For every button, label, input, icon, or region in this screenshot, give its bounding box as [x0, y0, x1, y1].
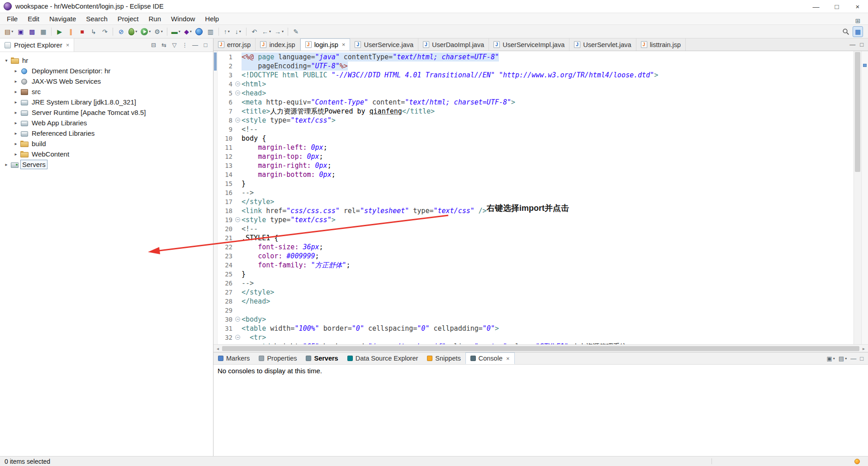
expander-icon[interactable]: ▸: [12, 120, 19, 125]
bottom-tab-snippets[interactable]: Snippets: [422, 352, 465, 364]
toolbar-save-all-button[interactable]: ▩: [27, 26, 37, 37]
expander-icon[interactable]: ▸: [12, 131, 19, 136]
toolbar-skip-breakpoints-button[interactable]: ⊘: [116, 26, 126, 37]
toolbar-debug-button[interactable]: ▾: [127, 26, 138, 37]
minimize-editor-icon[interactable]: —: [849, 41, 855, 48]
bottom-tab-markers[interactable]: Markers: [213, 352, 254, 364]
expander-icon[interactable]: ▸: [12, 100, 19, 105]
menu-navigate[interactable]: Navigate: [44, 14, 81, 24]
expander-icon[interactable]: ▸: [12, 141, 19, 146]
bottom-tab-servers[interactable]: Servers: [301, 352, 342, 364]
minimize-panel-button[interactable]: —: [850, 355, 856, 362]
collapse-icon[interactable]: −: [235, 81, 240, 86]
editor-tab-listtrain-jsp[interactable]: listtrain.jsp: [636, 38, 686, 51]
bottom-tab-properties[interactable]: Properties: [254, 352, 301, 364]
toolbar-run-button[interactable]: ▾: [139, 26, 152, 37]
toolbar-back-button[interactable]: ←▾: [261, 26, 272, 37]
display-selected-console-button[interactable]: ▤▾: [839, 355, 847, 362]
toolbar-terminate-button[interactable]: ■: [77, 26, 87, 37]
toolbar-forward-button[interactable]: →▾: [273, 26, 285, 37]
toolbar-new-button[interactable]: ▤▾: [3, 26, 14, 37]
editor-tab-userservice-java[interactable]: UserService.java: [350, 38, 418, 51]
close-window-button[interactable]: ×: [847, 0, 868, 13]
toolbar-web-browser-button[interactable]: [194, 26, 204, 37]
toolbar-pin-editor-button[interactable]: ✎: [291, 26, 301, 37]
maximize-editor-icon[interactable]: □: [860, 41, 863, 48]
menu-project[interactable]: Project: [113, 14, 144, 24]
collapse-icon[interactable]: −: [235, 335, 240, 340]
collapse-icon[interactable]: −: [235, 90, 240, 95]
code-area[interactable]: 1<%@ page language="java" contentType="t…: [218, 51, 854, 344]
editor-tab-userservlet-java[interactable]: UserServlet.java: [569, 38, 636, 51]
view-menu-icon[interactable]: ⋮: [180, 42, 190, 48]
close-tab-icon[interactable]: ×: [506, 355, 510, 362]
menu-run[interactable]: Run: [143, 14, 166, 24]
collapse-icon[interactable]: −: [235, 118, 240, 123]
expander-icon[interactable]: ▸: [12, 68, 19, 73]
horizontal-scroll-thumb[interactable]: [222, 346, 859, 351]
expander-icon[interactable]: ▾: [3, 58, 10, 63]
code-editor[interactable]: 1<%@ page language="java" contentType="t…: [213, 51, 868, 344]
tree-item-web-app-libraries[interactable]: ▸Web App Libraries: [0, 118, 213, 128]
menu-edit[interactable]: Edit: [23, 14, 44, 24]
toolbar-resume-button[interactable]: ▶: [54, 26, 65, 37]
tree-item-server-runtime-apache-tomcat-v8-5[interactable]: ▸Server Runtime [Apache Tomcat v8.5]: [0, 107, 213, 118]
close-tab-icon[interactable]: ×: [342, 41, 346, 48]
editor-tab-login-jsp[interactable]: login.jsp×: [300, 38, 351, 51]
collapse-icon[interactable]: −: [235, 317, 240, 322]
tree-item-webcontent[interactable]: ▸WebContent: [0, 149, 213, 159]
tree-item-referenced-libraries[interactable]: ▸Referenced Libraries: [0, 128, 213, 138]
collapse-all-icon[interactable]: ⊟: [148, 42, 159, 48]
bottom-tab-console[interactable]: Console×: [465, 352, 515, 364]
toolbar-new-servlet-button[interactable]: ◆▾: [183, 26, 193, 37]
project-explorer-tab[interactable]: Project Explorer ×: [0, 38, 74, 52]
expander-icon[interactable]: ▸: [12, 110, 19, 115]
expander-icon[interactable]: ▸: [12, 152, 19, 157]
maximize-view-icon[interactable]: □: [200, 42, 211, 48]
quick-search-button[interactable]: [840, 26, 851, 37]
tree-item-hr[interactable]: ▾hr: [0, 55, 213, 66]
menu-file[interactable]: File: [2, 14, 23, 24]
bottom-tab-data-source-explorer[interactable]: Data Source Explorer: [343, 352, 423, 364]
toolbar-next-annotation-button[interactable]: ↓▾: [233, 26, 243, 37]
menu-window[interactable]: Window: [166, 14, 200, 24]
editor-tab-userserviceimpl-java[interactable]: UserServiceImpl.java: [489, 38, 569, 51]
minimize-window-button[interactable]: —: [806, 0, 826, 13]
toolbar-external-tools-button[interactable]: ⚙▾: [153, 26, 164, 37]
open-perspective-button[interactable]: ⊞: [853, 15, 863, 26]
expander-icon[interactable]: ▸: [12, 79, 19, 84]
tree-item-build[interactable]: ▸build: [0, 138, 213, 149]
editor-tab-index-jsp[interactable]: index.jsp: [256, 38, 300, 51]
editor-vertical-scrollbar[interactable]: [854, 51, 861, 344]
maximize-panel-button[interactable]: □: [860, 355, 863, 362]
editor-tab-userdaoimpl-java[interactable]: UserDaoImpl.java: [418, 38, 489, 51]
toolbar-step-over-button[interactable]: ↷: [100, 26, 110, 37]
toolbar-previous-annotation-button[interactable]: ↑▾: [222, 26, 232, 37]
scroll-right-icon[interactable]: ▸: [860, 346, 867, 351]
toolbar-suspend-button[interactable]: ∥: [66, 26, 76, 37]
collapse-icon[interactable]: −: [235, 217, 240, 222]
tree-item-src[interactable]: ▸src: [0, 86, 213, 97]
javaee-perspective-button[interactable]: ▦: [853, 26, 863, 37]
menu-search[interactable]: Search: [81, 14, 113, 24]
tree-item-jax-ws-web-services[interactable]: ▸JAX-WS Web Services: [0, 76, 213, 86]
tree-item-servers[interactable]: ▸Servers: [0, 159, 213, 170]
vertical-scroll-thumb[interactable]: [855, 52, 860, 172]
overview-marker[interactable]: [863, 64, 867, 67]
maximize-window-button[interactable]: □: [826, 0, 847, 13]
minimize-view-icon[interactable]: —: [190, 42, 200, 48]
open-console-button[interactable]: ▣▾: [827, 355, 835, 362]
toolbar-print-button[interactable]: ▦: [38, 26, 48, 37]
close-view-icon[interactable]: ×: [66, 42, 70, 48]
tree-item-deployment-descriptor-hr[interactable]: ▸Deployment Descriptor: hr: [0, 66, 213, 76]
scroll-left-icon[interactable]: ◂: [214, 346, 221, 351]
toolbar-save-button[interactable]: ▣: [15, 26, 26, 37]
editor-tab-error-jsp[interactable]: error.jsp: [213, 38, 256, 51]
notification-icon[interactable]: [854, 459, 860, 464]
toolbar-last-edit-location-button[interactable]: ↶: [249, 26, 260, 37]
filter-icon[interactable]: ▽: [169, 42, 180, 48]
link-with-editor-icon[interactable]: ⇆: [159, 42, 169, 48]
tree-item-jre-system-library-jdk1-8-0-321[interactable]: ▸JRE System Library [jdk1.8.0_321]: [0, 97, 213, 107]
expander-icon[interactable]: ▸: [3, 162, 10, 167]
menu-help[interactable]: Help: [200, 14, 224, 24]
